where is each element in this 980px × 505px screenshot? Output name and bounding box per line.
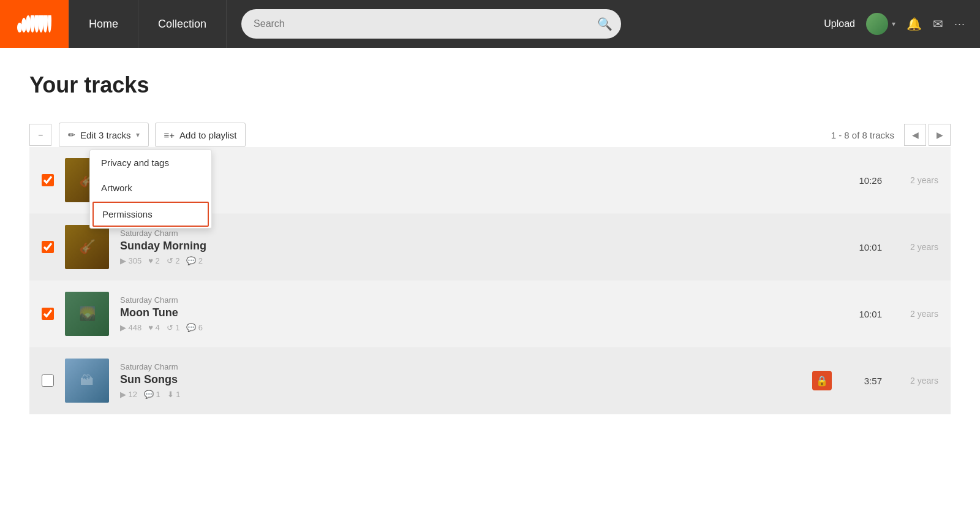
- track-meta: ▶ 448 ♥ 4 ↺ 1 💬 6: [120, 323, 851, 332]
- search-area: 🔍: [227, 9, 809, 39]
- edit-tracks-label: Edit 3 tracks: [80, 130, 131, 140]
- track-info: Saturday Charm Moon Tune ▶ 448 ♥ 4 ↺ 1 💬…: [120, 295, 851, 332]
- track-age: 2 years: [902, 242, 938, 252]
- next-page-button[interactable]: ▶: [929, 124, 951, 146]
- add-to-playlist-button[interactable]: ≡+ Add to playlist: [155, 123, 246, 147]
- track-title: Sun Songs: [120, 373, 812, 386]
- track-right: 10:01 2 years: [851, 242, 938, 252]
- track-artist: Saturday Charm: [120, 229, 851, 238]
- more-options-icon[interactable]: ···: [954, 18, 965, 31]
- add-playlist-icon: ≡+: [164, 130, 175, 140]
- toolbar: − ✏ Edit 3 tracks ▾ Privacy and tags Art…: [29, 123, 951, 147]
- lock-badge: 🔒: [812, 371, 832, 390]
- search-input[interactable]: [241, 9, 621, 39]
- track-age: 2 years: [902, 376, 938, 385]
- track-meta: ▶ 12 💬 1 ⬇ 1: [120, 390, 812, 399]
- track-artist: Saturday Charm: [120, 295, 851, 305]
- page-title: Your tracks: [29, 72, 951, 98]
- chevron-down-icon: ▾: [892, 20, 895, 28]
- track-title: Sunday Morning: [120, 240, 851, 252]
- track-duration: 10:26: [851, 175, 882, 186]
- svg-point-3: [30, 15, 35, 32]
- header-right: Upload ▾ 🔔 ✉ ···: [809, 13, 980, 35]
- track-info: Saturday Charm Sun Songs ▶ 12 💬 1 ⬇ 1: [120, 362, 812, 399]
- track-right: 10:01 2 years: [851, 309, 938, 319]
- track-right: 10:26 2 years: [851, 175, 938, 186]
- edit-tracks-wrapper: ✏ Edit 3 tracks ▾ Privacy and tags Artwo…: [59, 123, 149, 147]
- pencil-icon: ✏: [68, 130, 75, 140]
- track-right: 🔒 3:57 2 years: [812, 371, 938, 390]
- track-artist: Saturday Charm: [120, 362, 812, 371]
- track-meta: ↺ 1 💬 5: [120, 189, 851, 199]
- track-checkbox[interactable]: [42, 174, 54, 186]
- track-age: 2 years: [902, 175, 938, 185]
- track-checkbox[interactable]: [42, 308, 54, 320]
- collapse-button[interactable]: −: [29, 124, 51, 146]
- dropdown-item-privacy[interactable]: Privacy and tags: [90, 150, 211, 175]
- dropdown-menu: Privacy and tags Artwork Permissions: [89, 150, 212, 229]
- track-info: Saturday Charm Sunday Morning ▶ 305 ♥ 2 …: [120, 229, 851, 265]
- notifications-icon[interactable]: 🔔: [907, 17, 922, 31]
- track-info: Saturday Charm Saturday Charm ↺ 1 💬 5: [120, 162, 851, 199]
- svg-point-7: [48, 15, 51, 32]
- track-duration: 10:01: [851, 242, 882, 252]
- track-duration: 10:01: [851, 309, 882, 319]
- header: Home Collection 🔍 Upload ▾ 🔔 ✉ ···: [0, 0, 980, 48]
- track-title: Saturday Charm: [120, 173, 851, 186]
- track-artist: Saturday Charm: [120, 162, 851, 171]
- track-row: 🌄 Saturday Charm Moon Tune ▶ 448 ♥ 4 ↺ 1…: [29, 281, 951, 347]
- track-duration: 3:57: [851, 376, 882, 386]
- avatar-area[interactable]: ▾: [866, 13, 895, 35]
- track-meta: ▶ 305 ♥ 2 ↺ 2 💬 2: [120, 256, 851, 265]
- logo[interactable]: [0, 0, 69, 48]
- track-age: 2 years: [902, 309, 938, 319]
- nav-collection[interactable]: Collection: [138, 0, 227, 48]
- track-row: 🏔 Saturday Charm Sun Songs ▶ 12 💬 1 ⬇ 1 …: [29, 347, 951, 414]
- track-thumbnail: 🎸: [65, 225, 109, 269]
- add-playlist-label: Add to playlist: [179, 130, 236, 140]
- edit-tracks-button[interactable]: ✏ Edit 3 tracks ▾: [59, 123, 149, 147]
- chevron-icon: ▾: [136, 131, 140, 139]
- search-icon-button[interactable]: 🔍: [597, 17, 612, 31]
- track-checkbox[interactable]: [42, 374, 54, 387]
- main-content: Your tracks − ✏ Edit 3 tracks ▾ Privacy …: [0, 48, 980, 414]
- dropdown-item-artwork[interactable]: Artwork: [90, 175, 211, 200]
- svg-point-6: [43, 15, 48, 32]
- track-thumbnail: 🌄: [65, 292, 109, 336]
- messages-icon[interactable]: ✉: [933, 17, 943, 31]
- svg-point-0: [17, 23, 22, 32]
- upload-button[interactable]: Upload: [824, 18, 855, 29]
- track-checkbox[interactable]: [42, 241, 54, 253]
- avatar: [866, 13, 888, 35]
- svg-point-5: [39, 15, 43, 32]
- search-wrapper: 🔍: [241, 9, 621, 39]
- track-thumbnail: 🏔: [65, 359, 109, 403]
- prev-page-button[interactable]: ◀: [904, 124, 926, 146]
- dropdown-item-permissions[interactable]: Permissions: [92, 202, 209, 227]
- svg-point-4: [34, 15, 39, 32]
- tracks-count: 1 - 8 of 8 tracks: [831, 130, 894, 140]
- track-title: Moon Tune: [120, 306, 851, 319]
- svg-point-1: [21, 18, 26, 32]
- collapse-icon: −: [38, 130, 43, 140]
- svg-point-2: [26, 15, 31, 32]
- nav-home[interactable]: Home: [69, 0, 138, 48]
- pagination: ◀ ▶: [904, 124, 951, 146]
